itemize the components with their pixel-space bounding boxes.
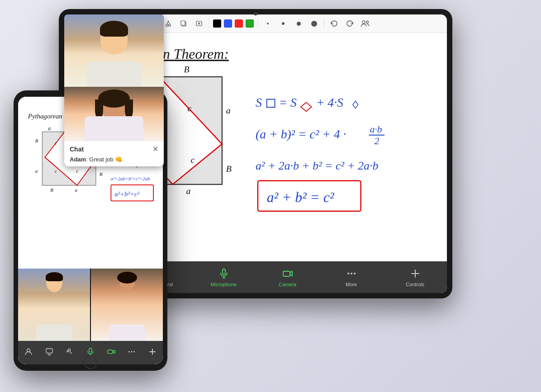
dot-large[interactable]: [308, 17, 320, 30]
sep2: [257, 19, 258, 28]
svg-text:2: 2: [374, 136, 379, 146]
chat-text: : Great job 👊: [86, 156, 122, 163]
color-black[interactable]: [213, 19, 221, 28]
svg-text:a: a: [226, 105, 231, 115]
chat-overlay: Chat ✕ Adam: Great job 👊: [64, 141, 164, 166]
microphone-button[interactable]: Microphone: [206, 267, 242, 287]
svg-marker-35: [353, 101, 358, 109]
delete-tool[interactable]: [193, 17, 205, 30]
svg-text:c: c: [187, 103, 191, 113]
svg-rect-43: [223, 269, 225, 274]
redo-button[interactable]: [343, 17, 356, 30]
svg-text:S: S: [256, 95, 262, 109]
svg-point-3: [166, 24, 168, 27]
controls-button[interactable]: Controls: [397, 267, 433, 287]
users-button[interactable]: [359, 17, 371, 30]
svg-point-13: [366, 21, 369, 24]
svg-line-5: [167, 21, 168, 24]
color-green[interactable]: [246, 19, 254, 28]
sep3: [324, 19, 324, 28]
camera-button[interactable]: Camera: [270, 267, 306, 287]
svg-text:a·b: a·b: [370, 124, 382, 135]
chat-close-button[interactable]: ✕: [152, 145, 158, 153]
svg-text:c: c: [76, 168, 78, 174]
svg-point-82: [133, 351, 135, 353]
svg-text:c: c: [55, 168, 57, 174]
video-panel: Chat ✕ Adam: Great job 👊: [64, 14, 164, 166]
svg-point-12: [362, 21, 365, 24]
svg-text:B: B: [35, 138, 38, 143]
small-video-1: [18, 269, 90, 341]
svg-text:B: B: [100, 171, 103, 177]
svg-text:a² + 2a·b + b² = c² + 2a·b: a² + 2a·b + b² = c² + 2a·b: [256, 159, 378, 172]
video-tile-2: [64, 87, 164, 141]
chat-title: Chat: [70, 146, 84, 153]
copy-tool[interactable]: [177, 17, 190, 30]
small-person-button[interactable]: [24, 348, 33, 358]
svg-rect-77: [89, 348, 92, 352]
video-tile-1: [64, 14, 164, 87]
svg-point-47: [347, 273, 349, 274]
microphone-label: Microphone: [211, 282, 237, 287]
undo-button[interactable]: [328, 17, 341, 30]
chat-author: Adam: [70, 156, 86, 163]
color-blue[interactable]: [224, 19, 232, 28]
svg-text:(a + b)² = c² + 4 ·: (a + b)² = c² + 4 ·: [256, 127, 346, 141]
svg-rect-41: [258, 181, 361, 211]
dot-tiny[interactable]: [261, 17, 274, 30]
svg-point-80: [128, 351, 130, 353]
sep1: [209, 19, 209, 28]
camera-dot: [254, 12, 257, 15]
small-more-button[interactable]: [128, 348, 136, 358]
small-hand-button[interactable]: [66, 348, 74, 358]
more-label: More: [346, 282, 357, 287]
camera-icon: [282, 267, 293, 280]
svg-text:a² + b² = c²: a² + b² = c²: [267, 189, 334, 205]
svg-text:a: a: [75, 187, 77, 193]
small-chat-button[interactable]: [45, 348, 53, 358]
svg-text:B: B: [50, 187, 53, 193]
small-camera-button[interactable]: [107, 348, 115, 358]
home-button[interactable]: [84, 355, 97, 369]
svg-rect-31: [267, 99, 275, 108]
svg-point-49: [354, 273, 356, 274]
color-red[interactable]: [235, 19, 243, 28]
svg-text:a²+b²=c²: a²+b²=c²: [114, 190, 139, 198]
svg-text:c: c: [190, 155, 195, 165]
svg-text:c: c: [55, 140, 57, 146]
svg-point-81: [131, 351, 133, 353]
svg-text:B: B: [184, 64, 190, 74]
small-video-2: [91, 269, 163, 341]
dot-medium[interactable]: [292, 17, 305, 30]
svg-point-4: [169, 24, 171, 27]
svg-marker-33: [301, 102, 312, 111]
controls-icon: [410, 267, 421, 280]
small-video-grid: [18, 269, 163, 341]
chat-message: Adam: Great job 👊: [70, 156, 158, 163]
more-icon: [346, 267, 357, 280]
svg-rect-46: [283, 271, 290, 276]
svg-line-6: [168, 21, 170, 24]
small-add-button[interactable]: [148, 348, 157, 358]
svg-rect-76: [46, 349, 52, 353]
controls-label: Controls: [406, 282, 424, 287]
svg-point-48: [351, 273, 352, 274]
dot-small[interactable]: [277, 17, 289, 30]
svg-text:= S: = S: [279, 95, 297, 109]
svg-text:B: B: [226, 164, 232, 174]
svg-text:a²+2ab+b²=c²+2ab: a²+2ab+b²=c²+2ab: [110, 176, 150, 181]
more-button[interactable]: More: [333, 267, 370, 287]
cut-tool[interactable]: [162, 17, 175, 30]
camera-label: Camera: [279, 282, 296, 287]
svg-text:a: a: [186, 186, 191, 196]
svg-rect-8: [181, 21, 185, 25]
svg-text:+ 4·S: + 4·S: [316, 95, 343, 109]
svg-text:a: a: [48, 125, 51, 132]
microphone-icon: [218, 267, 229, 280]
svg-text:a: a: [35, 168, 38, 174]
chat-header: Chat ✕: [70, 145, 158, 153]
svg-rect-79: [108, 350, 113, 354]
